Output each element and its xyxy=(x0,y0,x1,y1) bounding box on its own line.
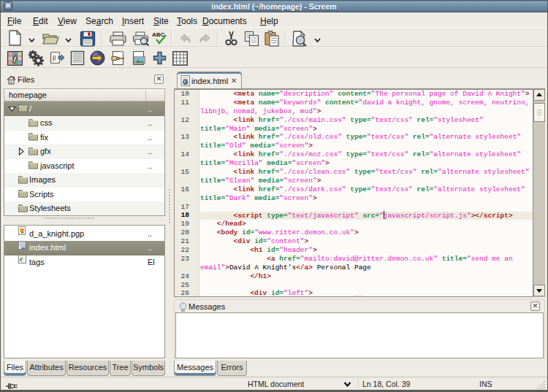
svg-text:e: e xyxy=(20,255,23,263)
svg-text:β: β xyxy=(53,54,56,61)
svg-text:ABC: ABC xyxy=(152,31,165,38)
